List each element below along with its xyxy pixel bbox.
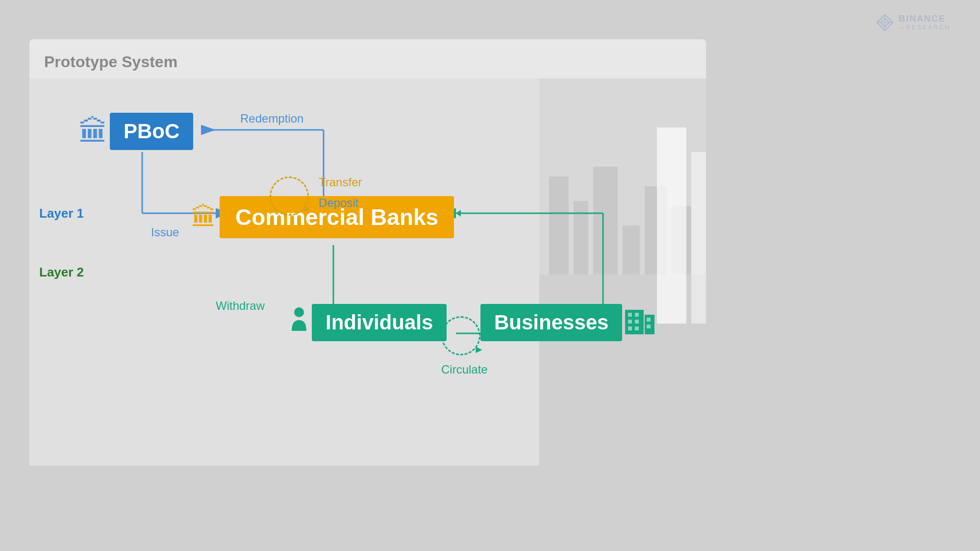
svg-rect-38 (647, 325, 651, 328)
svg-rect-32 (635, 313, 639, 317)
pboc-node: 🏛 PBoC (78, 113, 193, 150)
redemption-label: Redemption (240, 112, 303, 125)
binance-diamond-icon (876, 14, 894, 31)
pboc-bank-icon: 🏛 (78, 115, 108, 149)
city-background (539, 78, 706, 505)
businesses-label: Businesses (480, 304, 622, 341)
layer2-label: Layer 2 (39, 265, 84, 280)
city-silhouette (539, 78, 706, 505)
binance-brand: BINANCE (899, 14, 951, 24)
withdraw-label: Withdraw (216, 299, 265, 313)
commercial-bank-icon: 🏛 (191, 202, 217, 232)
individual-person-icon (289, 306, 309, 339)
deposit-label: Deposit (319, 196, 358, 210)
circulate-arrow-icon: ► (474, 343, 484, 356)
individuals-node: Individuals (289, 304, 447, 341)
page-title: Prototype System (44, 53, 177, 71)
transfer-arrow-icon: ► (302, 202, 312, 215)
svg-rect-37 (647, 318, 651, 322)
svg-rect-36 (635, 326, 639, 330)
layer1-label: Layer 1 (39, 206, 84, 221)
svg-rect-5 (574, 201, 588, 275)
svg-rect-34 (635, 320, 639, 324)
svg-point-28 (294, 307, 304, 317)
circulate-label: Circulate (441, 363, 488, 376)
issue-label: Issue (151, 225, 179, 239)
svg-rect-11 (657, 127, 686, 324)
binance-logo: BINANCE —RESEARCH (876, 14, 951, 31)
svg-rect-12 (691, 152, 706, 324)
businesses-building-icon (625, 305, 654, 340)
businesses-node: Businesses (480, 304, 654, 341)
svg-rect-4 (549, 176, 569, 275)
diagram-container: Prototype System Layer 1 Layer 2 (29, 39, 706, 466)
svg-rect-29 (625, 310, 644, 334)
svg-rect-6 (593, 167, 618, 275)
binance-sub: —RESEARCH (899, 24, 951, 31)
individuals-label: Individuals (312, 304, 447, 341)
svg-rect-7 (623, 225, 640, 275)
svg-rect-31 (628, 313, 632, 317)
svg-rect-35 (628, 326, 632, 330)
pboc-label: PBoC (110, 113, 193, 150)
svg-rect-33 (628, 320, 632, 324)
transfer-label: Transfer (319, 175, 362, 189)
